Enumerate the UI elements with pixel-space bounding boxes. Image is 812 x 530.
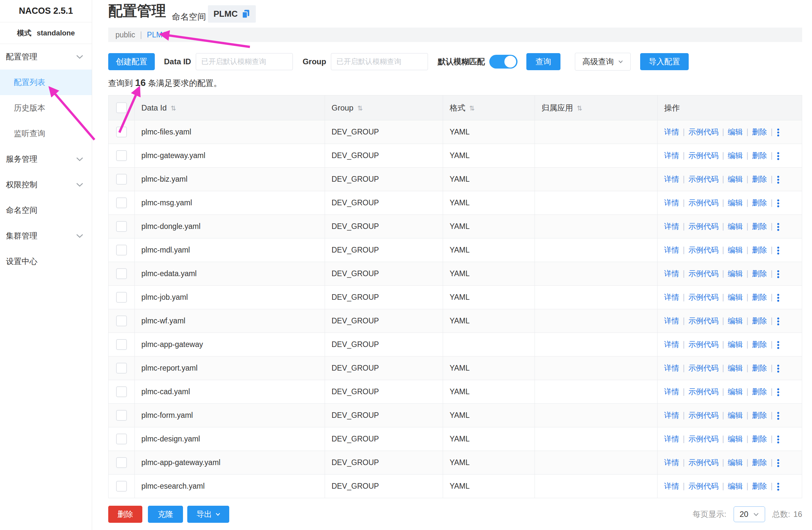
more-actions-icon[interactable] [777,320,779,323]
action-detail-link[interactable]: 详情 [664,151,679,160]
action-delete-link[interactable]: 删除 [752,387,767,396]
more-actions-icon[interactable] [777,462,779,464]
action-sample-code-link[interactable]: 示例代码 [688,411,719,419]
export-button[interactable]: 导出 [187,506,229,523]
sort-icon[interactable]: ⇅ [358,104,363,112]
breadcrumb-namespace-plmc[interactable]: PLMC [147,30,168,39]
row-checkbox[interactable] [116,198,127,208]
column-header-data-id[interactable]: Data Id⇅ [135,96,325,120]
action-sample-code-link[interactable]: 示例代码 [688,387,719,396]
more-actions-icon[interactable] [777,415,779,417]
breadcrumb-namespace-public[interactable]: public [115,30,135,39]
action-sample-code-link[interactable]: 示例代码 [688,458,719,467]
sort-icon[interactable]: ⇅ [577,104,582,112]
row-checkbox[interactable] [116,410,127,421]
column-header-app[interactable]: 归属应用⇅ [535,96,657,120]
action-sample-code-link[interactable]: 示例代码 [688,316,719,325]
more-actions-icon[interactable] [777,486,779,488]
more-actions-icon[interactable] [777,249,779,252]
sort-icon[interactable]: ⇅ [171,104,176,112]
action-delete-link[interactable]: 删除 [752,364,767,372]
action-delete-link[interactable]: 删除 [752,293,767,301]
more-actions-icon[interactable] [777,179,779,181]
more-actions-icon[interactable] [777,439,779,441]
action-sample-code-link[interactable]: 示例代码 [688,128,719,136]
action-sample-code-link[interactable]: 示例代码 [688,222,719,231]
row-checkbox[interactable] [116,386,127,397]
more-actions-icon[interactable] [777,273,779,275]
action-sample-code-link[interactable]: 示例代码 [688,198,719,207]
action-sample-code-link[interactable]: 示例代码 [688,434,719,443]
create-config-button[interactable]: 创建配置 [108,53,155,70]
action-sample-code-link[interactable]: 示例代码 [688,269,719,278]
action-edit-link[interactable]: 编辑 [728,340,743,349]
namespace-tag[interactable]: PLMC [208,5,256,23]
more-actions-icon[interactable] [777,226,779,228]
action-detail-link[interactable]: 详情 [664,411,679,419]
action-edit-link[interactable]: 编辑 [728,387,743,396]
row-checkbox[interactable] [116,315,127,326]
action-sample-code-link[interactable]: 示例代码 [688,293,719,301]
row-checkbox[interactable] [116,292,127,303]
action-detail-link[interactable]: 详情 [664,434,679,443]
row-checkbox[interactable] [116,457,127,468]
action-edit-link[interactable]: 编辑 [728,175,743,183]
query-button[interactable]: 查询 [526,53,561,70]
data-id-input[interactable] [196,53,293,70]
sidebar-item-listening-query[interactable]: 监听查询 [0,121,92,146]
action-delete-link[interactable]: 删除 [752,316,767,325]
sidebar-item-history-versions[interactable]: 历史版本 [0,95,92,121]
action-edit-link[interactable]: 编辑 [728,458,743,467]
advanced-query-dropdown[interactable]: 高级查询 [575,53,630,71]
action-delete-link[interactable]: 删除 [752,151,767,160]
action-edit-link[interactable]: 编辑 [728,316,743,325]
action-edit-link[interactable]: 编辑 [728,364,743,372]
action-sample-code-link[interactable]: 示例代码 [688,340,719,349]
action-edit-link[interactable]: 编辑 [728,198,743,207]
action-edit-link[interactable]: 编辑 [728,269,743,278]
sidebar-item-service-management[interactable]: 服务管理 [0,146,92,172]
row-checkbox[interactable] [116,433,127,444]
action-detail-link[interactable]: 详情 [664,364,679,372]
sidebar-item-cluster-management[interactable]: 集群管理 [0,223,92,248]
action-edit-link[interactable]: 编辑 [728,482,743,490]
action-detail-link[interactable]: 详情 [664,482,679,490]
action-edit-link[interactable]: 编辑 [728,411,743,419]
action-delete-link[interactable]: 删除 [752,246,767,254]
action-edit-link[interactable]: 编辑 [728,246,743,254]
action-detail-link[interactable]: 详情 [664,175,679,183]
sort-icon[interactable]: ⇅ [469,104,475,112]
action-delete-link[interactable]: 删除 [752,458,767,467]
action-detail-link[interactable]: 详情 [664,387,679,396]
action-delete-link[interactable]: 删除 [752,222,767,231]
action-sample-code-link[interactable]: 示例代码 [688,482,719,490]
action-edit-link[interactable]: 编辑 [728,434,743,443]
select-all-checkbox[interactable] [116,102,127,113]
more-actions-icon[interactable] [777,202,779,204]
more-actions-icon[interactable] [777,131,779,133]
more-actions-icon[interactable] [777,368,779,370]
action-detail-link[interactable]: 详情 [664,198,679,207]
action-edit-link[interactable]: 编辑 [728,128,743,136]
action-delete-link[interactable]: 删除 [752,128,767,136]
action-delete-link[interactable]: 删除 [752,340,767,349]
action-sample-code-link[interactable]: 示例代码 [688,175,719,183]
row-checkbox[interactable] [116,127,127,138]
action-delete-link[interactable]: 删除 [752,482,767,490]
more-actions-icon[interactable] [777,391,779,393]
action-detail-link[interactable]: 详情 [664,222,679,231]
group-input[interactable] [331,53,428,70]
sidebar-item-namespace[interactable]: 命名空间 [0,198,92,223]
more-actions-icon[interactable] [777,155,779,157]
action-detail-link[interactable]: 详情 [664,269,679,278]
sidebar-item-settings-center[interactable]: 设置中心 [0,248,92,274]
action-edit-link[interactable]: 编辑 [728,151,743,160]
action-detail-link[interactable]: 详情 [664,246,679,254]
row-checkbox[interactable] [116,150,127,161]
more-actions-icon[interactable] [777,344,779,346]
action-detail-link[interactable]: 详情 [664,293,679,301]
page-size-select[interactable]: 20 [734,506,765,522]
copy-icon[interactable] [241,9,250,19]
batch-delete-button[interactable]: 删除 [108,506,142,523]
action-detail-link[interactable]: 详情 [664,458,679,467]
